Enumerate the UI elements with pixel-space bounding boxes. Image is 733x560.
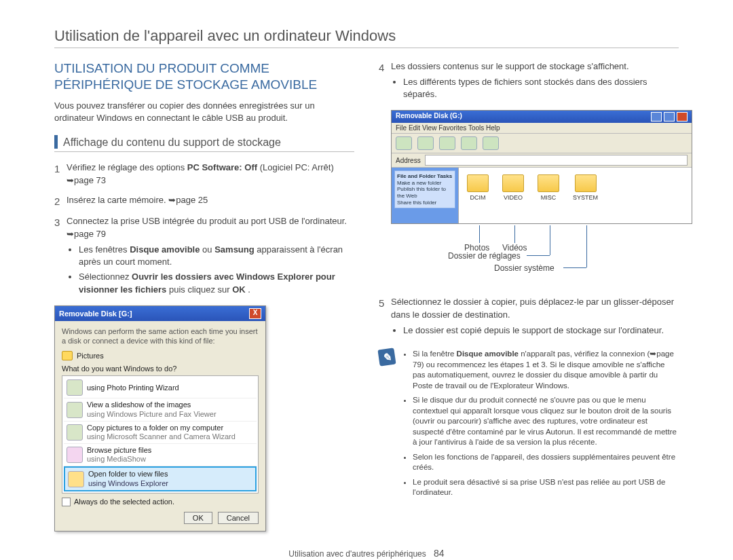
list-item[interactable]: Copy pictures to a folder on my computer… bbox=[64, 422, 257, 444]
side-panel-title: File and Folder Tasks bbox=[397, 173, 453, 180]
explorer-side-panel: File and Folder Tasks Make a new folder … bbox=[392, 168, 459, 223]
side-item[interactable]: Share this folder bbox=[397, 200, 453, 206]
folder-video[interactable]: VIDEO bbox=[502, 174, 524, 217]
bullet-text: Les fenêtres bbox=[79, 244, 130, 255]
minimize-icon[interactable] bbox=[651, 112, 662, 122]
bullet-text: Sélectionnez bbox=[79, 272, 132, 282]
up-icon[interactable] bbox=[439, 136, 455, 150]
item-line2: using Windows Picture and Fax Viewer bbox=[87, 410, 217, 418]
page-footer: Utilisation avec d'autres périphériques … bbox=[54, 548, 679, 559]
item-line1: Browse picture files bbox=[87, 446, 151, 454]
note-icon: ✎ bbox=[377, 348, 396, 367]
search-icon[interactable] bbox=[461, 136, 477, 150]
dialog-titlebar: Removable Disk [G:] X bbox=[55, 306, 265, 321]
explorer-window: Removable Disk (G:) File Edit View Favor… bbox=[391, 110, 692, 224]
explorer-toolbar bbox=[392, 134, 692, 153]
folder-system[interactable]: SYSTEM bbox=[573, 174, 598, 217]
item-line1: Open folder to view files bbox=[88, 470, 168, 478]
pictures-label: Pictures bbox=[77, 352, 104, 360]
list-item[interactable]: using Photo Printing Wizard bbox=[64, 377, 257, 398]
left-column: UTILISATION DU PRODUIT COMME PÉRIPHÉRIQU… bbox=[54, 60, 354, 531]
item-line2: using Microsoft Scanner and Camera Wizar… bbox=[87, 432, 236, 441]
cancel-button[interactable]: Cancel bbox=[218, 512, 259, 524]
item-line1: Copy pictures to a folder on my computer bbox=[87, 424, 223, 432]
title-divider bbox=[54, 48, 679, 48]
callout-line bbox=[563, 267, 586, 268]
step-1: 1 Vérifiez le réglage des options PC Sof… bbox=[54, 162, 354, 187]
side-panel-tasks: File and Folder Tasks Make a new folder … bbox=[394, 170, 455, 208]
folder-label: MISC bbox=[541, 194, 557, 201]
slideshow-icon bbox=[67, 402, 83, 418]
callout-settings: Dossier de réglages bbox=[448, 251, 521, 261]
bullet-bold: Disque amovible bbox=[130, 244, 200, 255]
folder-misc[interactable]: MISC bbox=[538, 174, 559, 217]
folder-dcim[interactable]: DCIM bbox=[467, 174, 489, 217]
bullet-text: . bbox=[248, 284, 250, 295]
explorer-title-text: Removable Disk (G:) bbox=[396, 112, 462, 122]
explorer-callouts: Photos Vidéos Dossier de réglages Dossie… bbox=[391, 228, 679, 289]
step-text: Connectez la prise USB intégrée du produ… bbox=[67, 216, 347, 239]
subheading-row: Affichage du contenu du support de stock… bbox=[54, 135, 354, 149]
address-label: Address bbox=[396, 157, 421, 164]
step-number: 4 bbox=[379, 60, 391, 103]
note-item-3: Selon les fonctions de l'appareil, des d… bbox=[413, 452, 679, 473]
step-text: Sélectionnez le dossier à copier, puis d… bbox=[391, 297, 674, 320]
footer-text: Utilisation avec d'autres périphériques bbox=[288, 549, 426, 559]
note-item-4: Le produit sera désactivé si sa prise US… bbox=[413, 477, 679, 498]
wizard-icon bbox=[67, 379, 83, 396]
checkbox-icon[interactable] bbox=[62, 498, 71, 506]
step-number: 5 bbox=[379, 296, 391, 339]
item-line1: View a slideshow of the images bbox=[87, 400, 191, 409]
callout-line bbox=[527, 255, 550, 256]
item-line2: using MediaShow bbox=[87, 455, 146, 463]
side-item[interactable]: Publish this folder to the Web bbox=[397, 186, 453, 199]
list-item-selected[interactable]: Open folder to view files using Windows … bbox=[64, 466, 257, 491]
explorer-addressbar: Address bbox=[392, 153, 692, 168]
explorer-menu[interactable]: File Edit View Favorites Tools Help bbox=[392, 123, 692, 134]
note-bold: Disque amovible bbox=[457, 350, 519, 358]
bullet-bold: Samsung bbox=[214, 244, 255, 255]
address-input[interactable] bbox=[425, 155, 688, 166]
section-title: UTILISATION DU PRODUIT COMME PÉRIPHÉRIQU… bbox=[54, 60, 354, 93]
folder-label: VIDEO bbox=[504, 194, 523, 201]
callout-system: Dossier système bbox=[494, 263, 555, 273]
step-5-bullet: Le dossier est copié depuis le support d… bbox=[403, 324, 679, 337]
maximize-icon[interactable] bbox=[664, 112, 675, 122]
step-4-bullet: Les différents types de fichiers sont st… bbox=[403, 76, 679, 100]
ok-button[interactable]: OK bbox=[184, 512, 212, 524]
section-intro: Vous pouvez transférer ou copier des don… bbox=[54, 100, 354, 124]
dialog-action-list[interactable]: using Photo Printing Wizard View a slide… bbox=[62, 375, 259, 493]
step-4: 4 Les dossiers contenus sur le support d… bbox=[379, 60, 679, 103]
list-item[interactable]: Browse picture files using MediaShow bbox=[64, 444, 257, 466]
folder-icon bbox=[502, 174, 524, 192]
note-item-2: Si le disque dur du produit connecté ne … bbox=[413, 395, 679, 448]
step-number: 2 bbox=[54, 194, 67, 209]
page-title: Utilisation de l'appareil avec un ordina… bbox=[54, 27, 679, 45]
callout-line bbox=[550, 225, 550, 255]
copy-icon bbox=[67, 424, 83, 441]
note-text: Si la fenêtre bbox=[413, 350, 457, 358]
side-item[interactable]: Make a new folder bbox=[397, 180, 453, 187]
always-do-checkbox-row[interactable]: Always do the selected action. bbox=[62, 498, 259, 506]
note-box: ✎ Si la fenêtre Disque amovible n'appara… bbox=[379, 349, 679, 502]
step-3-bullet-2: Sélectionnez Ouvrir les dossiers avec Wi… bbox=[79, 271, 354, 295]
step-number: 3 bbox=[54, 215, 67, 298]
subhead-accent-bar bbox=[54, 135, 58, 149]
media-icon bbox=[67, 447, 83, 463]
step-text: Insérez la carte mémoire. ➥page 25 bbox=[67, 195, 208, 205]
explorer-content: DCIM VIDEO MISC SYSTEM bbox=[459, 168, 692, 223]
list-item[interactable]: View a slideshow of the images using Win… bbox=[64, 398, 257, 421]
close-icon[interactable] bbox=[677, 112, 688, 122]
close-icon[interactable]: X bbox=[249, 308, 261, 319]
folders-icon[interactable] bbox=[483, 136, 499, 150]
step-text: Les dossiers contenus sur le support de … bbox=[391, 61, 629, 71]
step-3-bullet-1: Les fenêtres Disque amovible ou Samsung … bbox=[79, 244, 354, 268]
forward-icon[interactable] bbox=[417, 136, 434, 150]
removable-disk-dialog: Removable Disk [G:] X Windows can perfor… bbox=[54, 305, 266, 531]
callout-line bbox=[479, 225, 480, 243]
explorer-titlebar: Removable Disk (G:) bbox=[392, 111, 692, 123]
folder-label: DCIM bbox=[470, 194, 486, 201]
back-icon[interactable] bbox=[396, 136, 412, 150]
item-line1: using Photo Printing Wizard bbox=[87, 384, 179, 392]
bullet-text: puis cliquez sur bbox=[169, 284, 232, 295]
